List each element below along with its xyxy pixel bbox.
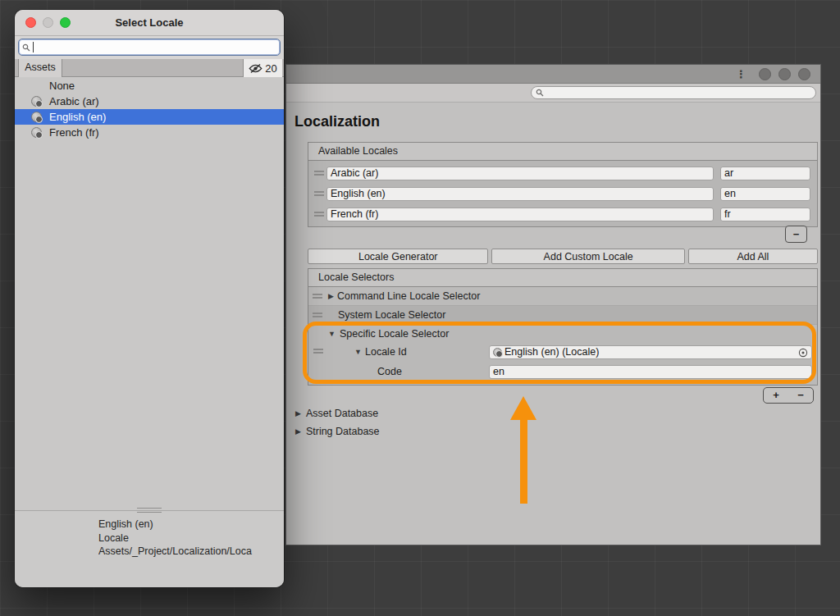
resize-handle[interactable] [137,508,162,513]
traffic-lights [25,17,71,28]
chevron-right-icon[interactable]: ▶ [328,292,334,300]
remove-locale-button[interactable]: − [785,226,807,243]
hidden-count: 20 [265,62,276,75]
picker-preview-footer: English (en) Locale Assets/_Project/Loca… [15,510,284,587]
foldout-string-database[interactable]: ▶ String Database [295,426,380,437]
picker-search-input[interactable] [18,39,281,56]
list-item-arabic[interactable]: Arabic (ar) [15,94,284,109]
inspector-content: Localization Available Locales Arabic (a… [286,103,820,545]
locale-name-field[interactable]: English (en) [326,187,714,201]
inspector-titlebar: ⋮ [286,65,820,84]
list-item-command-line-selector[interactable]: ▶ Command Line Locale Selector [308,287,817,306]
item-label: French (fr) [49,126,99,139]
locale-id-label: Locale Id [365,346,407,358]
locale-list: None Arabic (ar) English (en) French (fr… [15,78,284,510]
text-caret [33,42,34,52]
locale-code-field[interactable]: en [720,187,810,201]
selector-add-remove-group: + − [763,387,814,404]
locale-name-field[interactable]: French (fr) [326,208,714,221]
search-icon [22,43,30,52]
add-all-button[interactable]: Add All [688,249,818,264]
select-locale-window: Select Locale Assets 20 None Arabic (ar)… [15,10,284,587]
remove-selector-button[interactable]: − [788,388,813,403]
localization-settings-window: ⋮ Localization Available Locales Arabic … [285,64,821,545]
locale-actions: Locale Generator Add Custom Locale Add A… [308,249,818,264]
code-label: Code [377,366,402,377]
selected-asset-path: Assets/_Project/Localization/Loca [98,545,279,559]
available-locales-section: Available Locales Arabic (ar) ar English… [308,142,818,227]
eye-hidden-icon [249,63,262,74]
selected-asset-name: English (en) [98,518,279,532]
locale-asset-icon [493,348,502,357]
kebab-menu-icon[interactable]: ⋮ [736,69,746,80]
selector-label: Command Line Locale Selector [337,290,480,302]
window-button-icon[interactable] [798,68,810,80]
list-item-english[interactable]: English (en) [15,109,284,125]
drag-handle-icon[interactable] [312,171,326,176]
chevron-down-icon[interactable]: ▼ [328,330,336,338]
object-picker-icon[interactable] [798,348,808,358]
locale-asset-icon [31,127,42,138]
window-button-icon[interactable] [778,68,791,80]
item-label: None [49,80,75,92]
locale-selectors-header: Locale Selectors [308,269,817,287]
selector-label: System Locale Selector [338,309,445,321]
list-item-none[interactable]: None [15,78,284,94]
locale-generator-button[interactable]: Locale Generator [308,249,488,264]
locale-id-row: ▼ Locale Id English (en) (Locale) [308,343,817,363]
page-title: Localization [294,113,380,130]
drag-handle-icon[interactable] [312,212,326,217]
locale-id-object-field[interactable]: English (en) (Locale) [489,345,812,359]
item-label: Arabic (ar) [49,95,99,107]
chevron-right-icon: ▶ [295,409,301,418]
available-locales-list: Arabic (ar) ar English (en) en French (f… [308,161,817,226]
chevron-right-icon: ▶ [295,427,301,436]
locale-asset-icon [31,96,42,107]
tab-assets[interactable]: Assets [18,59,62,77]
foldout-label: String Database [306,426,380,437]
inspector-toolbar [286,84,820,103]
table-row: Arabic (ar) ar [312,166,810,180]
chevron-down-icon[interactable]: ▼ [354,348,362,356]
drag-handle-icon[interactable] [310,294,325,299]
locale-id-value: English (en) (Locale) [504,346,796,358]
table-row: English (en) en [312,186,810,201]
locale-code-field[interactable]: ar [720,167,810,180]
locale-code-field[interactable]: fr [720,208,810,221]
search-icon [536,89,544,97]
specific-selector-foldout[interactable]: ▼ Specific Locale Selector [328,328,449,340]
item-label: English (en) [49,111,106,123]
available-locales-header: Available Locales [308,143,817,161]
picker-search-row [15,36,284,59]
inspector-search-input[interactable] [531,86,816,99]
add-custom-locale-button[interactable]: Add Custom Locale [491,249,684,264]
code-field[interactable]: en [489,365,812,379]
picker-titlebar: Select Locale [15,10,284,36]
foldout-label: Asset Database [306,408,378,419]
foldout-asset-database[interactable]: ▶ Asset Database [295,408,378,419]
add-selector-button[interactable]: + [764,388,788,403]
locale-selectors-section: Locale Selectors ▶ Command Line Locale S… [308,268,818,386]
minimize-button-icon[interactable] [43,17,53,28]
window-button-icon[interactable] [759,68,771,80]
drag-handle-icon[interactable] [310,313,325,317]
close-button-icon[interactable] [25,17,36,28]
list-item-french[interactable]: French (fr) [15,125,284,140]
selected-asset-type: Locale [98,532,279,545]
picker-tabbar: Assets 20 [15,59,284,77]
specific-locale-selector: ▼ Specific Locale Selector ▼ Locale Id E… [308,325,817,385]
locale-asset-icon [31,112,42,122]
locale-name-field[interactable]: Arabic (ar) [326,167,714,180]
list-item-system-selector[interactable]: System Locale Selector [308,306,817,325]
hidden-count-badge[interactable]: 20 [243,59,282,77]
selector-label: Specific Locale Selector [340,328,449,340]
code-row: Code en [308,363,817,382]
drag-handle-icon[interactable] [312,191,326,196]
table-row: French (fr) fr [312,207,810,221]
maximize-button-icon[interactable] [60,17,71,28]
